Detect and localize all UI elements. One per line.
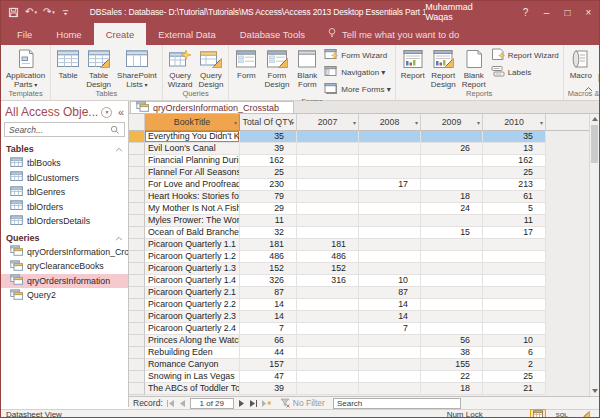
cell[interactable] [297, 287, 359, 299]
cell[interactable]: 44 [240, 347, 297, 359]
new-record-button[interactable] [261, 399, 272, 408]
cell[interactable] [421, 275, 483, 287]
cell[interactable] [359, 239, 421, 251]
cell[interactable] [483, 263, 546, 275]
cell[interactable] [297, 167, 359, 179]
cell[interactable]: Picaroon Quarterly 2.2 [145, 299, 240, 311]
minimize-button[interactable]: – [536, 1, 557, 23]
column-dropdown-icon[interactable]: ▾ [540, 119, 543, 126]
cell[interactable]: 316 [297, 275, 359, 287]
cell[interactable]: 26 [421, 143, 483, 155]
row-selector[interactable] [129, 359, 145, 371]
cell[interactable] [483, 239, 546, 251]
first-record-button[interactable] [166, 399, 175, 408]
cell[interactable] [359, 155, 421, 167]
cell[interactable] [359, 371, 421, 383]
cell[interactable]: 17 [359, 179, 421, 191]
cell[interactable]: Picaroon Quarterly 1.1 [145, 239, 240, 251]
cell[interactable]: Romance Canyon [145, 359, 240, 371]
cell[interactable]: 181 [240, 239, 297, 251]
application-parts-button[interactable]: Application Parts ▾ [3, 45, 48, 89]
cell[interactable]: 7 [240, 323, 297, 335]
nav-section-tables[interactable]: Tables [1, 140, 128, 156]
nav-item-tblordersdetails[interactable]: tblOrdersDetails [1, 214, 128, 229]
column-header-2007[interactable]: 2007▾ [297, 114, 359, 131]
column-header-2010[interactable]: 2010▾ [483, 114, 546, 131]
cell[interactable] [359, 131, 421, 143]
row-selector[interactable] [129, 347, 145, 359]
cell[interactable] [421, 167, 483, 179]
cell[interactable]: 56 [421, 335, 483, 347]
cell[interactable]: Heart Hooks: Stories for [145, 191, 240, 203]
cell[interactable] [421, 299, 483, 311]
row-selector[interactable] [129, 263, 145, 275]
next-record-button[interactable] [237, 399, 246, 408]
cell[interactable]: Picaroon Quarterly 2.3 [145, 311, 240, 323]
cell[interactable] [421, 311, 483, 323]
datasheet-view-button[interactable] [531, 410, 545, 418]
cell[interactable]: 2 [483, 359, 546, 371]
cell[interactable]: Ocean of Bald Branches [145, 227, 240, 239]
row-selector[interactable] [129, 251, 145, 263]
cell[interactable] [483, 311, 546, 323]
row-selector[interactable] [129, 371, 145, 383]
scrollbar-thumb[interactable] [591, 125, 598, 163]
row-selector[interactable] [129, 179, 145, 191]
cell[interactable]: 24 [421, 203, 483, 215]
cell[interactable]: 87 [359, 287, 421, 299]
cell[interactable]: 21 [483, 383, 546, 395]
cell[interactable]: Rebuilding Eden [145, 347, 240, 359]
undo-button[interactable]: ↶▾ [25, 7, 37, 17]
row-selector[interactable] [129, 155, 145, 167]
cell[interactable] [421, 251, 483, 263]
report-button[interactable]: Report [398, 45, 428, 89]
cell[interactable]: 213 [483, 179, 546, 191]
cell[interactable]: 17 [483, 227, 546, 239]
filter-status[interactable]: No Filter [280, 398, 325, 408]
nav-item-tblorders[interactable]: tblOrders [1, 200, 128, 215]
cell[interactable] [359, 143, 421, 155]
form-button[interactable]: Form [231, 45, 261, 97]
collapse-section-icon[interactable] [115, 233, 123, 243]
cell[interactable]: Everything You Didn't K [145, 131, 240, 143]
cell[interactable]: 61 [483, 191, 546, 203]
cell[interactable]: 162 [483, 155, 546, 167]
cell[interactable]: 486 [297, 251, 359, 263]
cell[interactable]: 181 [297, 239, 359, 251]
cell[interactable] [359, 203, 421, 215]
report-wizard-button[interactable]: Report Wizard [491, 48, 559, 63]
nav-item-tblbooks[interactable]: tblBooks [1, 156, 128, 171]
column-header-total-of-qty[interactable]: Total Of QTY▾ [240, 114, 297, 131]
save-icon[interactable] [8, 7, 19, 18]
cell[interactable]: Picaroon Quarterly 2.1 [145, 287, 240, 299]
shutter-bar-close-icon[interactable]: « [118, 106, 124, 118]
column-header-booktitle[interactable]: BookTitle▾ [145, 114, 240, 131]
cell[interactable] [297, 371, 359, 383]
nav-section-queries[interactable]: Queries [1, 229, 128, 245]
scroll-down-icon[interactable] [590, 386, 599, 396]
cell[interactable] [297, 323, 359, 335]
cell[interactable] [421, 131, 483, 143]
cell[interactable]: Picaroon Quarterly 2.4 [145, 323, 240, 335]
cell[interactable] [359, 263, 421, 275]
ribbon-tab-create[interactable]: Create [94, 23, 147, 45]
cell[interactable] [297, 299, 359, 311]
cell[interactable]: Evil Loon's Canal [145, 143, 240, 155]
row-selector[interactable] [129, 287, 145, 299]
nav-item-tblgenres[interactable]: tblGenres [1, 185, 128, 200]
cell[interactable] [297, 347, 359, 359]
cell[interactable]: Picaroon Quarterly 1.2 [145, 251, 240, 263]
row-selector[interactable] [129, 227, 145, 239]
scroll-up-icon[interactable] [590, 114, 599, 124]
cell[interactable]: Myles Prower: The Wor [145, 215, 240, 227]
cell[interactable] [483, 287, 546, 299]
nav-item-tblcustomers[interactable]: tblCustomers [1, 171, 128, 186]
column-dropdown-icon[interactable]: ▾ [477, 119, 480, 126]
nav-search-input[interactable]: Search... [4, 122, 125, 137]
cell[interactable]: 155 [421, 359, 483, 371]
cell[interactable]: Snowing in Las Vegas [145, 371, 240, 383]
cell[interactable] [297, 179, 359, 191]
cell[interactable]: 18 [421, 191, 483, 203]
cell[interactable]: 25 [483, 371, 546, 383]
blank-form-button[interactable]: Blank Form [292, 45, 322, 97]
